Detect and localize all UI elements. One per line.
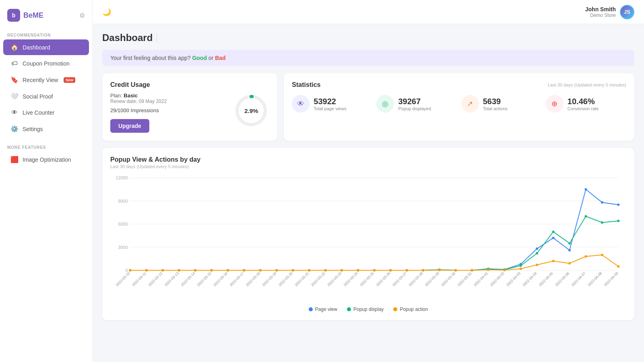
credit-card-inner: Plan: Basic Renew date: 09 May 2022 29/1… — [110, 93, 269, 133]
sidebar-item-label: Settings — [23, 126, 43, 132]
user-info: John Smith Demo Store — [585, 6, 616, 18]
chart-title: Popup View & Actions by day — [110, 156, 626, 163]
page-views-icon: 👁 — [292, 95, 310, 113]
metric-values: 53922 Total page views — [314, 97, 346, 111]
metric-values: 5639 Total actions — [483, 97, 508, 111]
metric-conversion-rate: ⊕ 10.46% Conversion rate — [546, 95, 626, 113]
total-actions-label: Total actions — [483, 106, 508, 111]
popup-displayed-value: 39267 — [398, 97, 431, 106]
title-divider — [157, 33, 157, 43]
feedback-bad-link[interactable]: Bad — [215, 55, 225, 61]
header: 🌙 John Smith Demo Store JS — [93, 0, 644, 24]
credit-info: Plan: Basic Renew date: 09 May 2022 29/1… — [110, 93, 227, 133]
user-store: Demo Store — [585, 12, 616, 18]
legend-dot-page-view — [309, 307, 313, 311]
legend-dot-popup-display — [347, 307, 351, 311]
sidebar-item-label: Coupon Promotion — [23, 60, 70, 67]
legend-label-popup-action: Popup action — [400, 306, 428, 312]
settings-icon: ⚙️ — [10, 125, 19, 133]
page-views-value: 53922 — [314, 97, 346, 106]
sidebar-item-label: Live Counter — [23, 109, 54, 116]
conversion-rate-icon: ⊕ — [546, 95, 564, 113]
recently-view-icon: 🔖 — [10, 76, 19, 84]
credit-renew: Renew date: 09 May 2022 — [110, 99, 227, 104]
plan-name: Basic — [124, 93, 138, 99]
stats-row: Credit Usage Plan: Basic Renew date: 09 … — [102, 73, 634, 141]
coupon-icon: 🏷 — [10, 60, 19, 67]
metric-values: 10.46% Conversion rate — [568, 97, 599, 111]
legend-page-view: Page view — [309, 306, 337, 312]
logo-name: BeME — [23, 11, 43, 20]
statistics-last-update: Last 30 days (Updated every 5 minutes) — [548, 82, 626, 87]
feedback-or: or — [208, 55, 215, 61]
statistics-metrics: 👁 53922 Total page views ◎ 39267 Popup d… — [292, 95, 626, 113]
feedback-good-link[interactable]: Good — [192, 55, 207, 61]
statistics-title-row: Statistics Last 30 days (Updated every 5… — [292, 81, 626, 88]
sidebar-item-image-optimization[interactable]: 🟥 Image Optimization — [3, 152, 89, 167]
legend-label-page-view: Page view — [315, 306, 337, 312]
sidebar-item-label: Dashboard — [23, 44, 50, 51]
legend-dot-popup-action — [393, 307, 397, 311]
sidebar-item-coupon[interactable]: 🏷 Coupon Promotion — [3, 56, 89, 71]
chart-subtitle: Last 30 days (Updated every 5 minutes) — [110, 164, 626, 169]
image-optimization-icon: 🟥 — [10, 156, 19, 163]
statistics-card: Statistics Last 30 days (Updated every 5… — [284, 73, 634, 141]
more-features-section-label: MORE FEATURES — [0, 142, 92, 151]
logo-icon: b — [7, 9, 20, 22]
chart-legend: Page view Popup display Popup action — [110, 306, 626, 312]
popup-displayed-label: Popup displayed — [398, 106, 431, 111]
feedback-text: Your first feeling about this app? — [110, 55, 191, 61]
metric-popup-displayed: ◎ 39267 Popup displayed — [376, 95, 457, 113]
new-badge: New — [64, 77, 75, 83]
page-title: Dashboard — [102, 32, 153, 43]
chart-area — [110, 174, 626, 302]
user-name: John Smith — [585, 6, 616, 12]
donut-label: 2.9% — [244, 107, 258, 114]
upgrade-button[interactable]: Upgrade — [110, 119, 149, 133]
feedback-banner: Your first feeling about this app? Good … — [102, 50, 634, 66]
avatar[interactable]: JS — [620, 5, 634, 19]
statistics-title: Statistics — [292, 81, 320, 88]
credit-usage-card: Credit Usage Plan: Basic Renew date: 09 … — [102, 73, 277, 141]
dashboard-icon: 🏠 — [10, 43, 19, 51]
credit-impressions: 29/1000 Impressions — [110, 107, 227, 113]
legend-popup-action: Popup action — [393, 306, 428, 312]
popup-displayed-icon: ◎ — [376, 95, 394, 113]
sidebar: b BeME ⚙ RECOMMENDATION 🏠 Dashboard 🏷 Co… — [0, 0, 93, 362]
legend-popup-display: Popup display — [347, 306, 384, 312]
metric-page-views: 👁 53922 Total page views — [292, 95, 372, 113]
metric-total-actions: ↗ 5639 Total actions — [461, 95, 542, 113]
logo: b BeME ⚙ — [0, 4, 92, 30]
dark-mode-toggle[interactable]: 🌙 — [102, 8, 111, 16]
credit-plan: Plan: Basic — [110, 93, 227, 99]
chart-card: Popup View & Actions by day Last 30 days… — [102, 148, 634, 320]
sidebar-item-label: Social Proof — [23, 93, 53, 100]
total-actions-value: 5639 — [483, 97, 508, 106]
sidebar-item-label: Image Optimization — [23, 156, 71, 163]
donut-chart: 2.9% — [233, 93, 269, 129]
main-content: 🌙 John Smith Demo Store JS Dashboard You… — [93, 0, 644, 362]
sidebar-item-label: Recently View — [23, 77, 58, 83]
sidebar-item-dashboard[interactable]: 🏠 Dashboard — [3, 39, 89, 55]
sidebar-item-settings[interactable]: ⚙️ Settings — [3, 121, 89, 137]
conversion-rate-value: 10.46% — [568, 97, 599, 106]
social-proof-icon: 🤍 — [10, 93, 19, 100]
legend-label-popup-display: Popup display — [353, 306, 384, 312]
user-profile: John Smith Demo Store JS — [585, 5, 634, 19]
page-views-label: Total page views — [314, 106, 346, 111]
sidebar-item-live-counter[interactable]: 👁 Live Counter — [3, 105, 89, 120]
line-chart — [110, 174, 626, 294]
sidebar-item-recently-view[interactable]: 🔖 Recently View New — [3, 72, 89, 88]
credit-usage-title: Credit Usage — [110, 81, 269, 88]
total-actions-icon: ↗ — [461, 95, 479, 113]
conversion-rate-label: Conversion rate — [568, 106, 599, 111]
metric-values: 39267 Popup displayed — [398, 97, 431, 111]
settings-gear-icon[interactable]: ⚙ — [79, 12, 85, 19]
sidebar-item-social-proof[interactable]: 🤍 Social Proof — [3, 88, 89, 104]
content-area: Dashboard Your first feeling about this … — [93, 24, 644, 362]
page-title-row: Dashboard — [102, 32, 634, 43]
recommendation-section-label: RECOMMENDATION — [0, 30, 92, 39]
live-counter-icon: 👁 — [10, 109, 19, 116]
